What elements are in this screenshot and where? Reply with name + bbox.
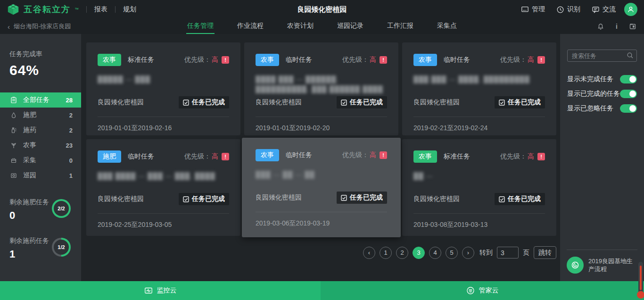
butler-cloud-icon: [466, 286, 475, 295]
fertilize-icon: [10, 112, 17, 118]
cube-logo-icon: [7, 3, 20, 16]
all-tasks-icon: [10, 97, 17, 103]
tab-agri-plan[interactable]: 农资计划: [286, 19, 314, 34]
chat-icon: [592, 6, 600, 14]
menu-chat[interactable]: 交流: [592, 5, 616, 14]
priority-label: 优先级：: [184, 56, 211, 64]
sidebar-item-pesticide[interactable]: 施药 2: [0, 123, 81, 138]
sidebar-item-fertilize[interactable]: 施肥 2: [0, 108, 81, 123]
footer-butler-cloud[interactable]: 管家云: [321, 281, 644, 300]
search-box: [567, 50, 637, 62]
scrollbar-thumb[interactable]: [637, 291, 644, 299]
task-priority: 优先级： 高 !: [184, 56, 229, 64]
breadcrumb-back[interactable]: ‹ 烟台海阳-徐家店良园: [8, 22, 71, 31]
tab-bar: 任务管理 作业流程 农资计划 巡园记录 工作汇报 采集点: [186, 19, 458, 34]
next-page-button[interactable]: ›: [462, 247, 474, 259]
priority-value: 高: [212, 152, 218, 161]
sidebar-item-patrol[interactable]: 巡园 1: [0, 168, 81, 183]
task-card[interactable]: 农事 标准任务 优先级： 高 ! █████ — ███ 良园矮化密植园 任务已…: [86, 42, 240, 135]
goto-label: 转到: [479, 249, 493, 257]
tab-collection-points[interactable]: 采集点: [436, 19, 458, 34]
user-avatar[interactable]: [624, 3, 637, 16]
task-date-range: 2019-02-21至2019-02-24: [413, 117, 545, 135]
task-title-redacted: ███ ████ — ███ — ███, ████: [98, 171, 229, 191]
top-bar: 五谷耘立方 ™ 报表 规划 良园矮化密植园 管理 识别: [0, 0, 644, 19]
page-button-2[interactable]: 2: [396, 247, 408, 259]
info-icon[interactable]: i: [616, 23, 618, 30]
task-location: 良园矮化密植园: [256, 98, 302, 107]
sidebar-item-count: 23: [66, 142, 73, 149]
toggle-show-unfinished[interactable]: [620, 75, 637, 83]
task-card[interactable]: 农事 临时任务 优先级： 高 ! ████ ███ — ██████, ████…: [244, 42, 398, 135]
bell-icon[interactable]: [597, 23, 604, 30]
toggle-show-ignored[interactable]: [620, 104, 637, 113]
scrollbar-thermometer[interactable]: [638, 262, 643, 299]
nav-planning[interactable]: 规划: [123, 5, 136, 14]
prev-page-button[interactable]: ‹: [363, 247, 375, 259]
priority-value: 高: [370, 56, 376, 64]
sidebar-item-collect[interactable]: 采集 0: [0, 153, 81, 168]
tab-patrol-records[interactable]: 巡园记录: [336, 19, 364, 34]
task-card[interactable]: 施肥 临时任务 优先级： 高 ! ███ ████ — ███ — ███, █…: [86, 139, 240, 236]
progress-ring-label: 2/2: [54, 201, 69, 216]
priority-label: 优先级：: [342, 151, 369, 159]
tab-work-report[interactable]: 工作汇报: [386, 19, 414, 34]
menu-manage[interactable]: 管理: [521, 5, 545, 14]
priority-alert-icon: !: [380, 151, 387, 159]
goto-page-input[interactable]: [497, 247, 519, 258]
sidebar-item-all-tasks[interactable]: 全部任务 28: [0, 92, 81, 108]
menu-recognize[interactable]: 识别: [556, 5, 580, 14]
task-card[interactable]: 农事 标准任务 优先级： 高 ! ██ — 良园矮化密植园 任务已完成: [402, 139, 556, 236]
checked-box-icon: [183, 196, 189, 202]
page-button-1[interactable]: 1: [380, 247, 392, 259]
farming-icon: [10, 142, 17, 149]
task-status-label: 任务已完成: [192, 195, 225, 203]
task-tag: 农事: [98, 54, 121, 66]
checked-box-icon: [341, 100, 347, 106]
divider: [115, 6, 116, 13]
page-button-3-active[interactable]: 3: [413, 247, 425, 259]
tab-task-management[interactable]: 任务管理: [186, 19, 215, 34]
production-process-link[interactable]: 2019良园基地生产流程: [567, 250, 637, 281]
search-icon[interactable]: [627, 52, 634, 59]
task-tag: 农事: [413, 54, 437, 66]
task-location: 良园矮化密植园: [98, 98, 144, 107]
monitor-icon: [521, 6, 529, 14]
page-body: 任务完成率 64% 全部任务 28 施: [0, 34, 644, 281]
task-title-redacted: ███ — ██ — ██: [256, 170, 387, 190]
priority-label: 优先级：: [500, 152, 527, 161]
priority-alert-icon: !: [380, 56, 387, 64]
task-card-selected[interactable]: 农事 临时任务 优先级： 高 ! ███ — ██ — ██ 良园矮化密植园 任…: [242, 138, 401, 237]
priority-label: 优先级：: [184, 152, 211, 161]
remaining-fertilize-block: 剩余施肥任务 0 2/2: [0, 198, 81, 222]
task-date-range: 2019-02-25至2019-03-05: [98, 213, 229, 236]
page-button-4[interactable]: 4: [429, 247, 441, 259]
nav-reports[interactable]: 报表: [94, 5, 107, 14]
task-status-badge: 任务已完成: [179, 193, 229, 205]
divider: [86, 6, 87, 13]
footer-monitor-cloud[interactable]: 监控云: [0, 281, 321, 300]
process-logo-icon: [567, 257, 584, 274]
panel-icon[interactable]: [629, 23, 636, 30]
left-sidebar: 任务完成率 64% 全部任务 28 施: [0, 34, 81, 281]
toggle-show-completed[interactable]: [620, 90, 637, 98]
progress-ring: 2/2: [52, 199, 71, 218]
sidebar-item-farming[interactable]: 农事 23: [0, 138, 81, 153]
task-title-redacted: ████ ███ — ██████, ██████████, ███ █████…: [256, 75, 387, 94]
brand-logo[interactable]: 五谷耘立方 ™: [7, 3, 79, 16]
priority-value: 高: [212, 56, 218, 64]
logo-trademark: ™: [74, 7, 79, 12]
task-card-grid: 农事 标准任务 优先级： 高 ! █████ — ███ 良园矮化密植园 任务已…: [81, 34, 560, 236]
tab-work-flow[interactable]: 作业流程: [236, 19, 264, 34]
completion-value: 64%: [9, 62, 72, 78]
page-title: 良园矮化密植园: [297, 5, 347, 14]
task-date-range: 2019-01-01至2019-02-20: [256, 117, 387, 135]
task-type: 临时任务: [128, 152, 154, 161]
task-title-redacted: ██ —: [413, 171, 545, 191]
jump-button[interactable]: 跳转: [534, 246, 556, 259]
task-card[interactable]: 农事 临时任务 优先级： 高 ! ███ ███ — ████, ███████…: [402, 42, 556, 135]
sidebar-item-label: 全部任务: [23, 96, 50, 104]
pesticide-icon: [10, 127, 17, 133]
task-location: 良园矮化密植园: [98, 195, 144, 203]
page-button-5[interactable]: 5: [446, 247, 458, 259]
